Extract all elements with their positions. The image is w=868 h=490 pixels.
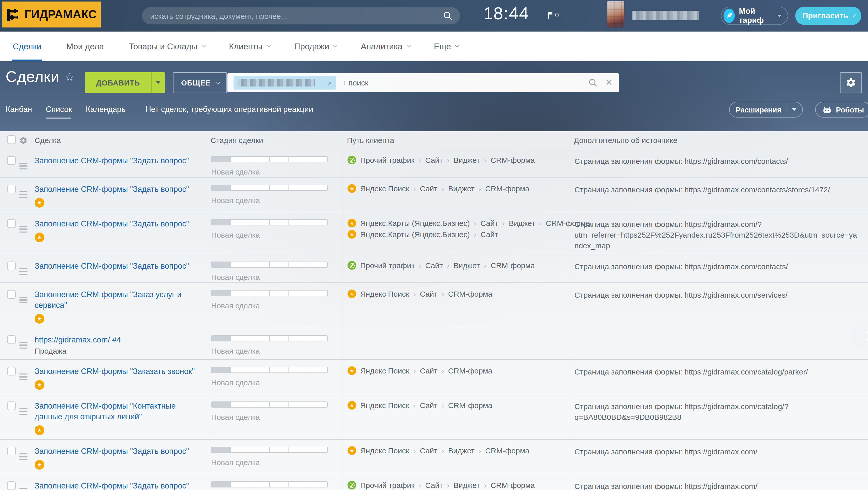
logo-text: ГИДРАМАКС xyxy=(24,8,97,21)
row-checkbox[interactable] xyxy=(7,185,16,193)
nav-item[interactable]: Сделки xyxy=(13,32,41,61)
view-tab[interactable]: Канбан xyxy=(6,105,32,114)
chevron-down-icon xyxy=(406,43,411,47)
chevron-right-icon xyxy=(862,331,868,341)
chip-remove-icon[interactable]: × xyxy=(328,79,332,87)
path-segment: Прочий трафик xyxy=(360,481,414,489)
deal-title-link[interactable]: https://gidramax.com/ #4 xyxy=(35,334,121,345)
search-icon[interactable] xyxy=(443,11,453,21)
invite-button[interactable]: Пригласить xyxy=(795,7,861,25)
row-menu-icon[interactable] xyxy=(19,162,28,170)
row-menu-icon[interactable] xyxy=(19,342,28,348)
path-segment: Сайт xyxy=(425,481,443,489)
view-tab[interactable]: Список xyxy=(46,105,72,114)
my-plan-label: Мой тариф xyxy=(739,7,773,25)
add-deal-button[interactable]: ДОБАВИТЬ xyxy=(85,72,165,93)
clock[interactable]: 18:44 xyxy=(483,4,529,23)
stage-progress-bar[interactable] xyxy=(211,481,328,487)
nav-item[interactable]: Аналитика xyxy=(361,32,409,61)
row-menu-icon[interactable] xyxy=(19,268,28,275)
row-menu-icon[interactable] xyxy=(19,296,28,303)
starred-badge-icon[interactable]: ★ xyxy=(35,233,44,242)
path-segment: Прочий трафик xyxy=(360,261,414,270)
nav-item[interactable]: Клиенты xyxy=(229,32,269,61)
source-info-cell: Страница заполнения формы: https://gidra… xyxy=(570,254,868,282)
row-menu-icon[interactable] xyxy=(19,453,28,460)
notifications-flag[interactable]: 0 xyxy=(548,11,559,19)
filter-search-icon[interactable] xyxy=(588,78,598,88)
stage-progress-bar[interactable] xyxy=(211,367,328,373)
deal-title-link[interactable]: Заполнение CRM-формы "Задать вопрос" xyxy=(35,261,189,271)
nav-item[interactable]: Мои дела xyxy=(66,32,104,61)
filter-chip[interactable]: × xyxy=(234,76,336,90)
company-logo[interactable]: ГИДРАМАКС xyxy=(2,2,101,28)
nav-item[interactable]: Продажи xyxy=(294,32,336,61)
row-checkbox[interactable] xyxy=(7,367,16,375)
table-row: Заполнение CRM-формы "Задать вопрос" ★ Н… xyxy=(0,178,868,212)
stage-progress-bar[interactable] xyxy=(211,335,328,341)
robots-button[interactable]: Роботы xyxy=(815,102,868,118)
row-menu-icon[interactable] xyxy=(19,408,28,415)
stage-progress-bar[interactable] xyxy=(211,219,328,225)
row-checkbox[interactable] xyxy=(7,219,16,228)
select-all-checkbox[interactable] xyxy=(7,135,16,144)
deal-title-link[interactable]: Заполнение CRM-формы "Заказ услуг и серв… xyxy=(35,289,204,310)
starred-badge-icon[interactable]: ★ xyxy=(35,314,44,324)
deal-title-link[interactable]: Заполнение CRM-формы "Заказать звонок" xyxy=(35,366,195,376)
yandex-source-icon: ★ xyxy=(347,184,356,193)
row-checkbox[interactable] xyxy=(7,262,16,270)
row-checkbox[interactable] xyxy=(7,481,16,490)
row-menu-icon[interactable] xyxy=(19,226,28,233)
stage-progress-bar[interactable] xyxy=(211,447,328,453)
flag-icon xyxy=(548,11,553,19)
stage-progress-bar[interactable] xyxy=(211,262,328,268)
row-checkbox[interactable] xyxy=(7,290,16,299)
filter-clear-icon[interactable]: ✕ xyxy=(606,79,613,87)
deal-title-link[interactable]: Заполнение CRM-формы "Задать вопрос" xyxy=(35,155,189,166)
deal-title-link[interactable]: Заполнение CRM-формы "Задать вопрос" xyxy=(35,480,189,490)
extensions-button[interactable]: Расширения xyxy=(729,102,803,118)
favorite-star-icon[interactable]: ☆ xyxy=(64,70,74,83)
add-deal-dropdown[interactable] xyxy=(151,72,165,93)
deal-title-link[interactable]: Заполнение CRM-формы "Задать вопрос" xyxy=(35,184,189,194)
my-plan-button[interactable]: Мой тариф xyxy=(721,7,788,25)
starred-badge-icon[interactable]: ★ xyxy=(35,198,44,208)
stage-progress-bar[interactable] xyxy=(211,401,328,407)
client-path-line: ★Яндекс Поиск›Сайт›CRM-форма xyxy=(347,366,567,375)
deal-title-link[interactable]: Заполнение CRM-формы "Задать вопрос" xyxy=(35,446,189,456)
row-checkbox[interactable] xyxy=(7,447,16,455)
view-tab[interactable]: Календарь xyxy=(86,105,125,114)
starred-badge-icon[interactable]: ★ xyxy=(35,380,44,390)
column-header-path[interactable]: Путь клиента xyxy=(342,136,570,145)
column-header-source[interactable]: Дополнительно об источнике xyxy=(570,136,868,145)
row-checkbox[interactable] xyxy=(7,156,16,165)
user-name-redacted[interactable] xyxy=(632,11,699,20)
starred-badge-icon[interactable]: ★ xyxy=(35,425,44,435)
filter-search-hint[interactable]: + поиск xyxy=(342,79,368,87)
column-header-deal[interactable]: Сделка xyxy=(35,136,211,145)
row-menu-icon[interactable] xyxy=(19,488,28,490)
row-menu-icon[interactable] xyxy=(19,373,28,380)
columns-settings-button[interactable] xyxy=(19,136,35,144)
filter-preset-button[interactable]: ОБЩЕЕ xyxy=(173,72,227,93)
starred-badge-icon[interactable]: ★ xyxy=(35,460,44,470)
path-segment: Виджет xyxy=(454,261,480,270)
global-search-input[interactable] xyxy=(149,11,443,21)
row-checkbox[interactable] xyxy=(7,335,16,344)
filter-search-bar[interactable]: × + поиск ✕ xyxy=(227,73,619,92)
user-avatar[interactable] xyxy=(607,1,624,28)
row-menu-icon[interactable] xyxy=(19,191,28,198)
deal-subtitle: Продажа xyxy=(35,346,204,355)
nav-item[interactable]: Товары и Склады xyxy=(129,32,204,61)
stage-progress-bar[interactable] xyxy=(211,290,328,296)
stage-progress-bar[interactable] xyxy=(211,185,328,191)
row-checkbox[interactable] xyxy=(7,401,16,410)
column-header-stage[interactable]: Стадия сделки xyxy=(211,136,342,145)
nav-item[interactable]: Еще xyxy=(434,32,458,61)
client-path-cell: Прочий трафик›Сайт›Виджет›CRM-форма xyxy=(342,474,570,490)
deal-title-link[interactable]: Заполнение CRM-формы "Задать вопрос" xyxy=(35,218,189,229)
deal-title-link[interactable]: Заполнение CRM-формы "Контактные данные … xyxy=(35,400,204,422)
stage-progress-bar[interactable] xyxy=(211,156,328,162)
client-path-line: Прочий трафик›Сайт›Виджет›CRM-форма xyxy=(347,481,567,489)
view-settings-button[interactable] xyxy=(840,72,862,93)
